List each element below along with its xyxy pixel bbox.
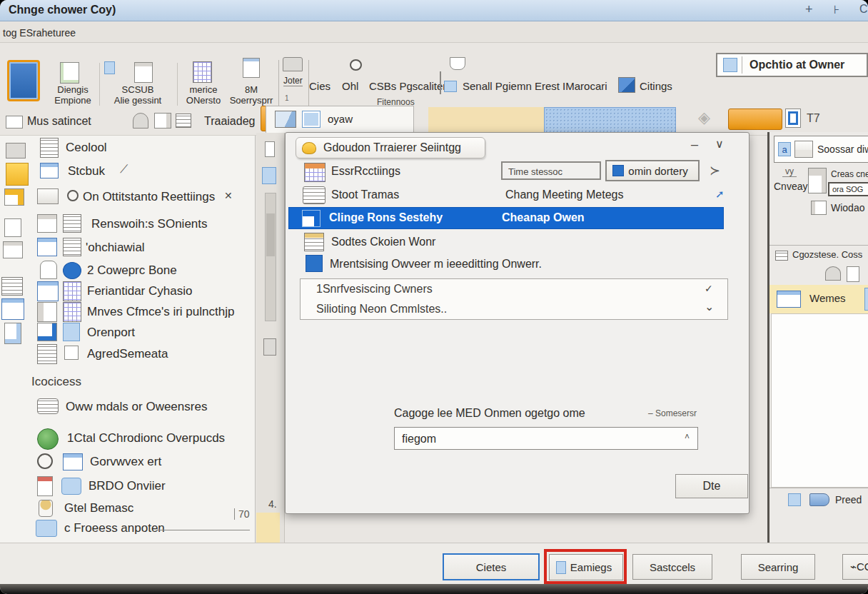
- sidebar-item-ceolool[interactable]: Ceolool: [36, 138, 250, 159]
- checkbox-icon[interactable]: [788, 493, 801, 506]
- search-box[interactable]: [716, 53, 868, 77]
- list-area[interactable]: [771, 313, 868, 488]
- folder-icon[interactable]: [6, 163, 29, 186]
- submenu-item-silioting[interactable]: Silioting Neon Cmmlstes.. ⌄: [301, 300, 729, 321]
- small-square-icon[interactable]: [444, 81, 457, 92]
- folder2-icon[interactable]: [3, 241, 23, 258]
- sidebar-item-renswoihs[interactable]: Renswoih:s SOnients: [36, 214, 250, 236]
- maximize-button[interactable]: ⊦: [834, 3, 839, 16]
- monitor-icon[interactable]: [243, 58, 260, 78]
- pane-icon[interactable]: [262, 167, 276, 184]
- convey-label[interactable]: Cnveay: [774, 181, 807, 192]
- account-box[interactable]: a Soossar diwelli: [774, 136, 868, 163]
- dte-button[interactable]: Dte: [675, 474, 748, 498]
- calendar-icon[interactable]: [193, 61, 212, 83]
- pin-icon[interactable]: ➚: [715, 188, 725, 201]
- combo-caret-icon[interactable]: ˄: [685, 432, 690, 442]
- bracket-icon[interactable]: [265, 141, 275, 157]
- ribbon-item-csbs[interactable]: CSBs Pgscaliter: [369, 80, 446, 92]
- sidebar-item-reettiings[interactable]: On Ottitstanto Reettiings ✕: [36, 187, 250, 210]
- flag-icon[interactable]: [618, 77, 635, 93]
- sastccels-button[interactable]: Sastccels: [632, 554, 712, 580]
- page-icon[interactable]: [4, 323, 21, 344]
- sidebar-item-ohchiawial[interactable]: 'ohchiawial: [36, 238, 250, 259]
- person-icon[interactable]: [104, 61, 115, 74]
- sidebar-item-gorvwvex[interactable]: Gorvwvex ert: [36, 453, 250, 475]
- sidebar-item-1ctal[interactable]: 1Ctal CChrodionc Overpucds: [36, 428, 250, 451]
- contacts-header[interactable]: Cgozstese. Coss: [792, 249, 862, 260]
- sidebar-item-gtel[interactable]: Gtel Bemasc: [36, 500, 250, 520]
- window-icon[interactable]: [302, 111, 321, 128]
- stamp-icon[interactable]: [133, 113, 148, 129]
- menu-item[interactable]: tog ESraheturee: [3, 27, 76, 39]
- menu-row-essrrcctiings[interactable]: EssrRcctiings omin dortery ≻: [290, 161, 746, 184]
- menu-row-clinge-selected[interactable]: Clinge Rons Sestehy Cheanap Owen: [288, 207, 724, 229]
- sidebar-item-stcbuk[interactable]: Stcbuk ⟋: [36, 161, 250, 183]
- contact-card-icon[interactable]: [154, 113, 171, 129]
- ribbon-group-label[interactable]: Diengis Empione: [44, 84, 101, 106]
- sidebar-item-owwmdals[interactable]: Oww mdals or Oweensres: [36, 398, 250, 420]
- scrollbar-track[interactable]: [265, 193, 276, 321]
- ribbon-group-label[interactable]: 8M Soerrysprr: [224, 84, 278, 106]
- sidebar-item-coweprc[interactable]: 2 Coweprc Bone: [36, 261, 250, 282]
- sidebar-item-brdo[interactable]: BRDO Onviier: [36, 476, 250, 498]
- ribbon-item-senall[interactable]: Senall Pgiemn Erest IMarocari: [463, 80, 607, 92]
- chevron-down-icon[interactable]: ⌄: [705, 300, 714, 313]
- owner-input[interactable]: [400, 432, 675, 446]
- dialog-minimize[interactable]: –: [691, 137, 698, 152]
- keypad-icon[interactable]: [176, 114, 191, 128]
- minimize-button[interactable]: +: [805, 2, 813, 17]
- new-item-icon[interactable]: [134, 62, 153, 83]
- close-x-icon[interactable]: ✕: [224, 190, 233, 201]
- menu-row-sodtes[interactable]: Sodtes Ckoien Wonr: [290, 231, 746, 253]
- book-icon[interactable]: [808, 168, 827, 193]
- chat-icon[interactable]: [4, 188, 24, 206]
- list-icon[interactable]: [1, 277, 23, 296]
- blue-doc-icon[interactable]: [785, 109, 801, 128]
- checkbox-icon[interactable]: [64, 346, 79, 360]
- sidebar-item-mnves[interactable]: Mnves Cfmce's iri pulncthjp: [36, 302, 250, 323]
- acg-button[interactable]: ⌁CG: [842, 554, 868, 580]
- ribbon-item-ohl[interactable]: Ohl: [342, 80, 358, 92]
- toolbar-right-label[interactable]: T7: [807, 112, 820, 125]
- owner-combo[interactable]: ˄: [394, 427, 698, 450]
- ribbon-item-citings[interactable]: Citings: [640, 80, 672, 92]
- ribbon-group-label[interactable]: merice ONersto: [176, 84, 231, 106]
- sidebar-item-orenport[interactable]: Orenport: [36, 323, 250, 344]
- searring-button[interactable]: Searring: [741, 554, 815, 580]
- cietes-button[interactable]: Cietes: [443, 553, 540, 580]
- app-icon[interactable]: [7, 60, 40, 101]
- selection-strip-blue[interactable]: [544, 107, 676, 133]
- orange-bar-icon[interactable]: [728, 109, 782, 130]
- box-icon[interactable]: [4, 218, 21, 237]
- dialog-header-combo[interactable]: Gdoudon Trraierer Seiintgg: [296, 137, 485, 158]
- save-icon[interactable]: [1, 298, 24, 320]
- wiodao-label[interactable]: Wiodao: [831, 202, 864, 213]
- pennant-icon[interactable]: [275, 111, 296, 128]
- chevron-right-icon[interactable]: ≻: [710, 163, 720, 178]
- time-field[interactable]: [501, 161, 601, 180]
- toolbar-left-label[interactable]: Mus satincet: [27, 115, 91, 128]
- hand-flag-icon[interactable]: [809, 493, 829, 506]
- time-input[interactable]: [507, 166, 595, 178]
- people-icon[interactable]: [825, 266, 841, 281]
- sidebar-item-feriantidar[interactable]: Feriantidar Cyhasio: [36, 281, 250, 303]
- scrollbar-thumb[interactable]: [266, 213, 275, 256]
- admin-button[interactable]: omin dortery: [605, 160, 700, 181]
- radio-icon[interactable]: [37, 453, 53, 469]
- close-button[interactable]: C: [859, 3, 868, 16]
- toolbar-mid-label[interactable]: Traaiadeg: [204, 115, 255, 128]
- sidebar-item-froeess[interactable]: c Froeess anpoten: [36, 520, 250, 540]
- menu-row-stoot-tramas[interactable]: Stoot Tramas Chang Meeting Metegs ➚: [290, 185, 746, 206]
- wemes-row[interactable]: Wemes: [769, 285, 868, 313]
- joter-label[interactable]: Joter: [283, 76, 303, 86]
- dialog-caret[interactable]: ∨: [715, 137, 724, 151]
- clipboard-icon[interactable]: [60, 62, 79, 84]
- pane-button-icon[interactable]: [263, 338, 276, 356]
- menu-row-mrentsising[interactable]: Mrentsising Owveer m ieeeditting Onwerr.: [290, 253, 746, 275]
- ribbon-group-label[interactable]: SCSUB Alie gessint: [107, 84, 168, 106]
- printer-icon[interactable]: [283, 57, 303, 71]
- sidebar-item-agredsemeata[interactable]: AgredSemeata: [36, 344, 250, 366]
- window-frame-icon[interactable]: [811, 201, 827, 215]
- sog-box[interactable]: ora SOG: [828, 182, 868, 196]
